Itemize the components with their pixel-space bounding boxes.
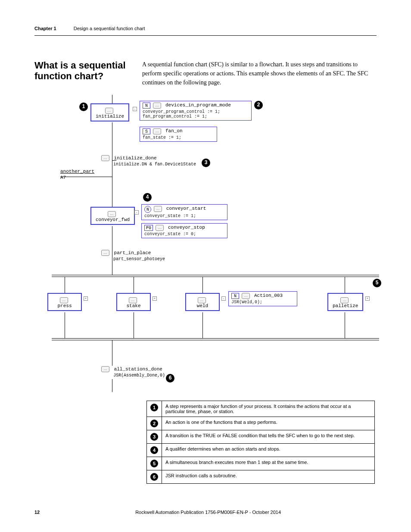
- step-stake: … stake: [116, 293, 151, 311]
- callout-5: 5: [373, 279, 381, 287]
- step-label: weld: [197, 303, 208, 308]
- chapter-title: Design a sequential function chart: [74, 26, 145, 31]
- step-conveyor-fwd: … conveyor_fwd: [90, 207, 135, 225]
- ellipsis-icon: …: [101, 250, 109, 256]
- legend-badge: 1: [150, 404, 158, 411]
- ellipsis-icon: …: [129, 297, 137, 303]
- table-row: 2An action is one of the functions that …: [147, 417, 375, 430]
- ellipsis-icon: …: [101, 155, 109, 161]
- link-another-part: another_part: [60, 169, 94, 174]
- step-label: initialize: [96, 114, 124, 119]
- legend-badge: 3: [150, 433, 158, 441]
- qualifier-n: N: [143, 103, 150, 109]
- action-003: N … Action_003 JSR(Weld,0);: [228, 291, 297, 306]
- table-row: 3A transition is the TRUE or FALSE condi…: [147, 430, 375, 444]
- transition-part-in-place: … part_in_place part_sensor_photoeye: [101, 250, 165, 261]
- ellipsis-icon: …: [242, 293, 250, 299]
- legend-text: A transition is the TRUE or FALSE condit…: [162, 430, 375, 444]
- ellipsis-icon: …: [198, 297, 206, 303]
- step-label: stake: [126, 303, 140, 308]
- legend-text: An action is one of the functions that a…: [162, 417, 375, 430]
- ellipsis-icon: …: [340, 297, 349, 303]
- expand-toggle-icon[interactable]: +: [365, 296, 370, 301]
- qualifier-p0: P0: [144, 225, 153, 231]
- callout-6: 6: [166, 374, 174, 383]
- ellipsis-icon: …: [101, 366, 109, 372]
- action-fan-on: S … fan_on fan_state := 1;: [140, 127, 217, 142]
- legend-table: 1A step represents a major function of y…: [146, 401, 375, 484]
- callout-4: 4: [143, 193, 152, 202]
- page-number: 12: [34, 510, 40, 515]
- legend-text: A simultaneous branch executes more than…: [162, 457, 375, 470]
- action-name: conveyor_start: [166, 206, 206, 211]
- section-intro: A sequential function chart (SFC) is sim…: [142, 60, 377, 87]
- step-label: palletize: [333, 303, 358, 308]
- ellipsis-icon: …: [153, 103, 161, 109]
- action-conveyor-start: N … conveyor_start conveyor_state := 1;: [141, 204, 227, 220]
- ellipsis-icon: …: [153, 128, 161, 134]
- step-initialize: … initialize: [90, 103, 129, 121]
- legend-text: A qualifier determines when an action st…: [162, 444, 375, 457]
- legend-badge: 4: [150, 446, 158, 454]
- callout-3: 3: [202, 159, 210, 167]
- expand-toggle-icon[interactable]: +: [153, 296, 157, 301]
- page-footer: 12 Rockwell Automation Publication 1756-…: [34, 510, 377, 515]
- chapter-label: Chapter 1: [34, 26, 56, 31]
- table-row: 4A qualifier determines when an action s…: [147, 444, 375, 457]
- publication-line: Rockwell Automation Publication 1756-PM0…: [135, 510, 281, 515]
- legend-badge: 5: [150, 460, 158, 467]
- link-ref: A7: [60, 175, 66, 180]
- ellipsis-icon: …: [108, 211, 116, 217]
- ellipsis-icon: …: [156, 225, 164, 231]
- table-row: 1A step represents a major function of y…: [147, 401, 375, 417]
- step-weld: … weld: [185, 293, 220, 311]
- running-header: Chapter 1 Design a sequential function c…: [34, 26, 377, 36]
- ellipsis-icon: …: [154, 206, 162, 212]
- action-name: fan_on: [165, 128, 183, 134]
- transition-initialize-done: … initialize_done initialize.DN & fan.De…: [101, 155, 196, 167]
- action-conveyor-stop: P0 … conveyor_stop conveyor_state := 0;: [141, 223, 227, 238]
- collapse-toggle-icon[interactable]: -: [133, 107, 137, 111]
- action-name: devices_in_program_mode: [165, 103, 231, 108]
- action-code: conveyor_program_control := 1; fan_progr…: [143, 109, 249, 119]
- step-label: conveyor_fwd: [96, 217, 130, 222]
- action-name: Action_003: [254, 293, 283, 298]
- collapse-toggle-icon[interactable]: -: [221, 296, 226, 301]
- action-code: conveyor_state := 1;: [144, 214, 224, 218]
- transition-all-stations-done: … all_stations_done JSR(Assembly_Done,0): [101, 366, 165, 378]
- table-row: 5A simultaneous branch executes more tha…: [147, 457, 375, 470]
- callout-2: 2: [254, 101, 263, 109]
- action-devices-in-program-mode: N … devices_in_program_mode conveyor_pro…: [140, 101, 252, 121]
- expand-toggle-icon[interactable]: +: [84, 296, 88, 301]
- action-code: fan_state := 1;: [143, 135, 214, 140]
- action-name: conveyor_stop: [168, 225, 205, 230]
- ellipsis-icon: …: [60, 297, 68, 303]
- action-code: JSR(Weld,0);: [231, 300, 294, 305]
- qualifier-n: N: [231, 293, 239, 299]
- legend-badge: 6: [150, 473, 158, 481]
- qualifier-s: S: [143, 128, 150, 134]
- ellipsis-icon: …: [105, 108, 113, 114]
- legend-text: A step represents a major function of yo…: [162, 401, 375, 417]
- collapse-toggle-icon[interactable]: -: [134, 210, 139, 215]
- callout-1: 1: [79, 103, 88, 111]
- legend-text: JSR instruction calls a subroutine.: [162, 470, 375, 484]
- table-row: 6JSR instruction calls a subroutine.: [147, 470, 375, 484]
- step-palletize: … palletize: [327, 293, 363, 311]
- action-code: conveyor_state := 0;: [144, 232, 224, 236]
- sfc-diagram: another_part A7 … initialize - N … devic…: [34, 95, 377, 396]
- legend-badge: 2: [150, 420, 158, 427]
- section-heading: What is a sequential function chart?: [34, 60, 134, 82]
- step-label: press: [57, 303, 72, 308]
- qualifier-n-callout: N: [144, 206, 151, 213]
- step-press: … press: [47, 293, 82, 311]
